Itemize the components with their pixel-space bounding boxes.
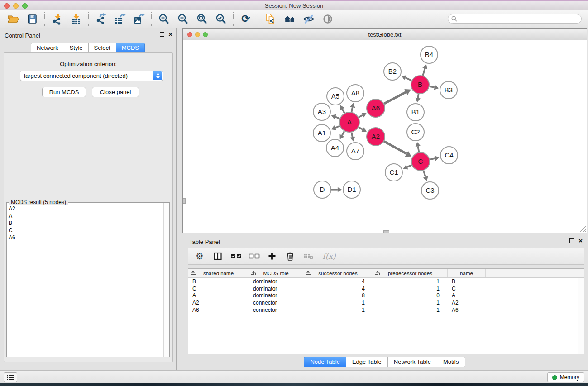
save-session-button[interactable] bbox=[23, 11, 42, 27]
cell-mcds-role[interactable]: connector bbox=[249, 300, 303, 306]
graph-node-A2[interactable]: A2 bbox=[367, 128, 385, 146]
table-row[interactable]: Cdominator41C bbox=[188, 285, 584, 292]
graph-node-A6[interactable]: A6 bbox=[367, 99, 385, 117]
import-table-button[interactable] bbox=[67, 11, 86, 27]
vertical-scroll-thumb[interactable] bbox=[183, 198, 186, 204]
graph-edge-C-C1[interactable] bbox=[403, 165, 411, 170]
import-network-button[interactable] bbox=[48, 11, 67, 27]
cell-shared-name[interactable]: C bbox=[188, 286, 249, 292]
graph-node-B4[interactable]: B4 bbox=[421, 46, 438, 63]
function-builder-button[interactable]: f(x) bbox=[319, 249, 339, 263]
cell-predecessor-nodes[interactable]: 1 bbox=[373, 300, 448, 306]
mcds-result-item[interactable]: A bbox=[9, 212, 163, 219]
cell-name[interactable]: B bbox=[448, 278, 486, 285]
mcds-result-item[interactable]: A6 bbox=[9, 234, 163, 241]
graph-node-B2[interactable]: B2 bbox=[384, 63, 401, 80]
graph-edge-B-B2[interactable] bbox=[402, 75, 411, 81]
close-panel-icon[interactable]: × bbox=[168, 32, 172, 37]
result-scrollbar[interactable] bbox=[163, 203, 169, 357]
task-history-button[interactable] bbox=[4, 372, 17, 382]
resize-grip[interactable] bbox=[580, 226, 586, 232]
graph-edge-A-A2[interactable] bbox=[359, 127, 367, 132]
cell-predecessor-nodes[interactable]: 1 bbox=[373, 286, 448, 292]
table-settings-button[interactable]: ⚙ bbox=[192, 249, 207, 263]
cell-successor-nodes[interactable]: 1 bbox=[303, 307, 373, 313]
search-field[interactable] bbox=[448, 14, 582, 24]
graph-node-B1[interactable]: B1 bbox=[407, 104, 424, 121]
cell-successor-nodes[interactable]: 4 bbox=[303, 286, 373, 292]
cell-mcds-role[interactable]: connector bbox=[249, 307, 303, 313]
column-header-successor-nodes[interactable]: successor nodes bbox=[303, 269, 373, 277]
show-columns-button[interactable] bbox=[210, 249, 225, 263]
cell-name[interactable]: A6 bbox=[448, 307, 486, 313]
add-entry-button[interactable] bbox=[264, 249, 280, 263]
cell-shared-name[interactable]: B bbox=[188, 278, 249, 285]
zoom-selected-button[interactable] bbox=[211, 11, 230, 27]
table-row[interactable]: A6connector11A6 bbox=[188, 306, 584, 314]
table-row[interactable]: A2connector11A2 bbox=[188, 299, 584, 306]
graph-node-C2[interactable]: C2 bbox=[407, 124, 424, 141]
select-all-button[interactable] bbox=[228, 249, 244, 263]
show-hidden-button[interactable] bbox=[318, 11, 337, 27]
graph-node-C1[interactable]: C1 bbox=[385, 164, 402, 181]
float-panel-icon[interactable] bbox=[160, 32, 164, 37]
tab-edge-table[interactable]: Edge Table bbox=[346, 357, 388, 367]
cell-predecessor-nodes[interactable]: 0 bbox=[373, 292, 448, 299]
float-table-panel-icon[interactable] bbox=[569, 238, 574, 243]
search-input[interactable] bbox=[458, 15, 581, 23]
column-header-predecessor-nodes[interactable]: predecessor nodes bbox=[373, 269, 448, 277]
graph-edge-B-B4[interactable] bbox=[422, 64, 427, 76]
optimization-criterion-select[interactable]: largest connected component (directed) bbox=[20, 71, 163, 81]
cell-successor-nodes[interactable]: 4 bbox=[303, 278, 373, 285]
graph-node-C3[interactable]: C3 bbox=[421, 182, 439, 199]
graph-edge-B-B1[interactable] bbox=[415, 94, 420, 103]
delete-table-button[interactable] bbox=[301, 249, 316, 263]
graph-edge-A2-C[interactable] bbox=[384, 141, 411, 157]
zoom-fit-button[interactable] bbox=[192, 11, 211, 27]
column-header-shared-name[interactable]: shared name bbox=[188, 269, 249, 277]
mcds-result-item[interactable]: B bbox=[9, 219, 163, 227]
close-panel-button[interactable]: Close panel bbox=[92, 87, 139, 97]
column-header-name[interactable]: name bbox=[448, 269, 486, 277]
graph-edge-B-B3[interactable] bbox=[430, 85, 439, 90]
graph-edge-A-A7[interactable] bbox=[350, 133, 355, 142]
graph-node-A[interactable]: A bbox=[339, 112, 359, 132]
graph-node-A1[interactable]: A1 bbox=[313, 124, 330, 142]
graph-node-A7[interactable]: A7 bbox=[347, 143, 364, 160]
cell-shared-name[interactable]: A2 bbox=[188, 300, 249, 306]
clone-network-button[interactable] bbox=[261, 11, 280, 27]
mcds-result-item[interactable]: A2 bbox=[9, 205, 163, 212]
close-table-panel-icon[interactable]: × bbox=[578, 238, 583, 243]
horizontal-scroll-thumb[interactable] bbox=[383, 230, 389, 233]
table-row[interactable]: Adominator80A bbox=[188, 292, 584, 299]
graph-edge-A-A8[interactable] bbox=[350, 103, 355, 112]
table-row[interactable]: Bdominator41B bbox=[188, 278, 584, 285]
graph-edge-A-A5[interactable] bbox=[340, 105, 344, 113]
graph-node-C4[interactable]: C4 bbox=[440, 147, 458, 164]
export-network-button[interactable] bbox=[91, 11, 110, 27]
cell-predecessor-nodes[interactable]: 1 bbox=[373, 307, 448, 313]
graph-node-D[interactable]: D bbox=[314, 181, 331, 198]
tab-motifs[interactable]: Motifs bbox=[437, 357, 465, 367]
tab-mcds[interactable]: MCDS bbox=[116, 43, 145, 53]
export-image-button[interactable] bbox=[129, 11, 148, 27]
graph-edge-A-A3[interactable] bbox=[331, 114, 340, 119]
graph-node-B[interactable]: B bbox=[411, 76, 429, 94]
deselect-all-button[interactable] bbox=[246, 249, 262, 263]
tab-style[interactable]: Style bbox=[64, 43, 89, 53]
memory-button[interactable]: Memory bbox=[547, 372, 584, 382]
zoom-in-button[interactable] bbox=[154, 11, 173, 27]
cell-mcds-role[interactable]: dominator bbox=[249, 278, 303, 285]
tab-node-table[interactable]: Node Table bbox=[304, 357, 346, 367]
mcds-result-item[interactable]: C bbox=[9, 227, 163, 234]
cell-name[interactable]: C bbox=[448, 286, 486, 292]
cell-predecessor-nodes[interactable]: 1 bbox=[373, 278, 448, 285]
tab-select[interactable]: Select bbox=[88, 43, 116, 53]
hide-selected-button[interactable] bbox=[299, 11, 318, 27]
column-header-mcds-role[interactable]: MCDS role bbox=[249, 269, 303, 277]
cell-shared-name[interactable]: A bbox=[188, 292, 249, 299]
graph-node-A3[interactable]: A3 bbox=[313, 103, 330, 120]
cell-successor-nodes[interactable]: 8 bbox=[303, 292, 373, 299]
delete-entry-button[interactable] bbox=[282, 249, 298, 263]
graph-edge-C-C2[interactable] bbox=[416, 142, 421, 152]
